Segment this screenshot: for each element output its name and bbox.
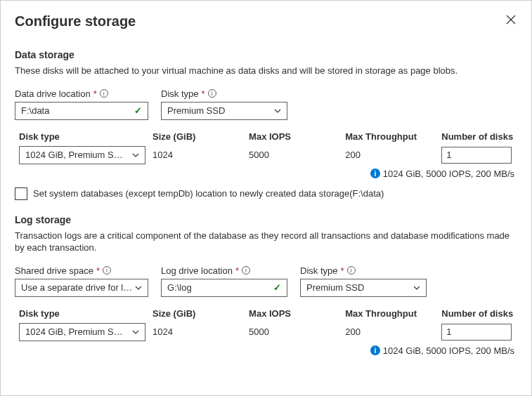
row-num-disks-input[interactable]: 1 bbox=[441, 324, 512, 341]
data-storage-hint: i 1024 GiB, 5000 IOPS, 200 MB/s bbox=[15, 169, 517, 179]
log-disk-type-select[interactable]: Premium SSD bbox=[300, 279, 427, 297]
log-drive-location-label: Log drive location * i bbox=[161, 265, 287, 276]
log-disk-type-field: Disk type * i Premium SSD bbox=[300, 265, 427, 297]
close-icon bbox=[506, 15, 516, 25]
data-drive-location-input[interactable]: F:\data ✓ bbox=[15, 102, 148, 120]
system-db-checkbox-label: Set system databases (except tempDb) loc… bbox=[33, 188, 384, 199]
system-db-checkbox[interactable] bbox=[15, 187, 27, 200]
data-disk-type-field: Disk type * i Premium SSD bbox=[161, 88, 287, 120]
log-storage-fields: Shared drive space * i Use a separate dr… bbox=[15, 265, 517, 297]
col-throughput: Max Throughput bbox=[345, 131, 441, 142]
col-num-disks: Number of disks bbox=[441, 308, 517, 319]
log-storage-table: Disk type Size (GiB) Max IOPS Max Throug… bbox=[15, 304, 517, 356]
info-icon[interactable]: i bbox=[347, 266, 356, 275]
info-icon[interactable]: i bbox=[208, 89, 216, 98]
log-drive-location-field: Log drive location * i G:\log ✓ bbox=[161, 265, 287, 297]
col-num-disks: Number of disks bbox=[441, 131, 517, 142]
data-disk-type-select[interactable]: Premium SSD bbox=[161, 102, 287, 120]
data-disk-type-label: Disk type * i bbox=[161, 88, 287, 99]
log-storage-hint: i 1024 GiB, 5000 IOPS, 200 MB/s bbox=[15, 345, 517, 356]
log-disk-type-label: Disk type * i bbox=[300, 265, 427, 276]
row-num-disks-input[interactable]: 1 bbox=[441, 147, 512, 164]
chevron-down-icon bbox=[274, 109, 281, 113]
data-drive-location-label: Data drive location * i bbox=[15, 88, 148, 99]
table-header: Disk type Size (GiB) Max IOPS Max Throug… bbox=[15, 127, 517, 146]
info-icon[interactable]: i bbox=[242, 266, 250, 275]
chevron-down-icon bbox=[413, 286, 420, 290]
data-drive-location-field: Data drive location * i F:\data ✓ bbox=[15, 88, 148, 120]
row-disk-type-select[interactable]: 1024 GiB, Premium SSD... bbox=[19, 146, 145, 164]
required-indicator: * bbox=[93, 88, 97, 99]
log-drive-location-input[interactable]: G:\log ✓ bbox=[161, 279, 287, 297]
close-button[interactable] bbox=[505, 13, 517, 29]
table-row: 1024 GiB, Premium SSD... 1024 5000 200 1 bbox=[15, 146, 517, 164]
info-icon[interactable]: i bbox=[103, 266, 111, 275]
configure-storage-panel: Configure storage Data storage These dis… bbox=[1, 1, 531, 369]
data-storage-table: Disk type Size (GiB) Max IOPS Max Throug… bbox=[15, 127, 517, 179]
required-indicator: * bbox=[201, 88, 205, 99]
row-throughput: 200 bbox=[345, 150, 441, 160]
row-throughput: 200 bbox=[345, 326, 441, 337]
panel-title: Configure storage bbox=[15, 13, 136, 29]
row-disk-type-select[interactable]: 1024 GiB, Premium SSD... bbox=[19, 323, 145, 341]
check-icon: ✓ bbox=[134, 105, 142, 116]
col-iops: Max IOPS bbox=[249, 308, 345, 319]
col-disk-type: Disk type bbox=[15, 308, 153, 319]
info-icon[interactable]: i bbox=[100, 89, 108, 98]
check-icon: ✓ bbox=[273, 282, 281, 293]
col-size: Size (GiB) bbox=[153, 131, 249, 142]
shared-drive-field: Shared drive space * i Use a separate dr… bbox=[15, 265, 148, 297]
row-size: 1024 bbox=[153, 326, 249, 337]
required-indicator: * bbox=[235, 265, 239, 276]
col-throughput: Max Throughput bbox=[345, 308, 441, 319]
required-indicator: * bbox=[96, 265, 100, 276]
data-storage-fields: Data drive location * i F:\data ✓ Disk t… bbox=[15, 88, 517, 120]
table-header: Disk type Size (GiB) Max IOPS Max Throug… bbox=[15, 304, 517, 323]
chevron-down-icon bbox=[132, 153, 139, 157]
info-badge-icon: i bbox=[370, 345, 380, 355]
info-badge-icon: i bbox=[370, 169, 380, 178]
col-disk-type: Disk type bbox=[15, 131, 153, 142]
row-iops: 5000 bbox=[249, 326, 345, 337]
table-row: 1024 GiB, Premium SSD... 1024 5000 200 1 bbox=[15, 323, 517, 341]
col-size: Size (GiB) bbox=[153, 308, 249, 319]
data-storage-heading: Data storage bbox=[15, 49, 517, 60]
row-size: 1024 bbox=[153, 150, 249, 160]
shared-drive-label: Shared drive space * i bbox=[15, 265, 148, 276]
required-indicator: * bbox=[340, 265, 344, 276]
data-storage-description: These disks will be attached to your vir… bbox=[15, 65, 517, 77]
chevron-down-icon bbox=[132, 330, 139, 334]
log-storage-heading: Log storage bbox=[15, 214, 517, 225]
system-db-checkbox-row: Set system databases (except tempDb) loc… bbox=[15, 187, 517, 200]
col-iops: Max IOPS bbox=[249, 131, 345, 142]
shared-drive-select[interactable]: Use a separate drive for lo... bbox=[15, 279, 148, 297]
row-iops: 5000 bbox=[249, 150, 345, 160]
log-storage-description: Transaction logs are a critical componen… bbox=[15, 230, 517, 254]
chevron-down-icon bbox=[135, 286, 142, 290]
panel-header: Configure storage bbox=[15, 13, 517, 29]
